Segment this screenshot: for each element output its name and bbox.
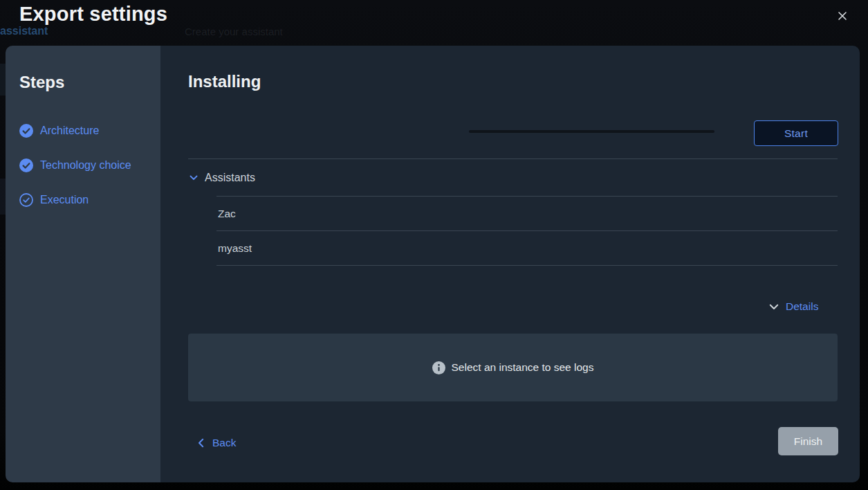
info-icon [432, 361, 445, 374]
install-progress-bar [469, 130, 714, 133]
background-element [0, 179, 6, 215]
details-label: Details [786, 300, 818, 313]
assistant-name: Zac [216, 208, 236, 220]
chevron-down-icon [769, 304, 779, 310]
assistant-row[interactable]: myasst [216, 231, 838, 266]
step-item-technology-choice[interactable]: Technology choice [19, 158, 131, 173]
assistant-name: myasst [216, 242, 252, 255]
back-label: Back [212, 437, 236, 449]
chevron-left-icon [198, 438, 204, 448]
step-item-execution[interactable]: Execution [19, 192, 131, 208]
logs-panel: Select an instance to see logs [188, 334, 838, 401]
steps-list: Architecture Technology choice Execution [19, 123, 131, 227]
start-button[interactable]: Start [754, 120, 838, 146]
background-element [0, 64, 6, 96]
check-circle-outline-icon [19, 193, 33, 207]
background-page-heading: Create your assistant [185, 26, 283, 37]
close-icon [837, 10, 848, 21]
export-settings-dialog: { "background": { "brand_text": "assista… [0, 0, 868, 490]
chevron-down-icon [190, 175, 198, 181]
step-label: Execution [40, 194, 89, 206]
dialog-title: Export settings [19, 3, 167, 26]
step-label: Architecture [40, 125, 99, 137]
steps-sidebar: Steps Architecture Technology choice Exe… [6, 46, 160, 482]
assistant-row[interactable]: Zac [216, 197, 838, 231]
assistants-section-label: Assistants [205, 172, 255, 184]
back-button[interactable]: Back [198, 435, 236, 451]
step-item-architecture[interactable]: Architecture [19, 123, 131, 138]
finish-button[interactable]: Finish [778, 427, 838, 455]
step-label: Technology choice [40, 159, 131, 172]
dialog-panel: Steps Architecture Technology choice Exe… [6, 46, 860, 482]
sidebar-title: Steps [19, 73, 64, 92]
assistant-list: Zac myasst [216, 196, 838, 266]
check-circle-filled-icon [19, 124, 33, 138]
check-circle-filled-icon [19, 158, 33, 172]
details-toggle[interactable]: Details [769, 299, 818, 314]
logs-empty-message: Select an instance to see logs [452, 361, 594, 374]
background-brand-text: assistant [0, 25, 48, 37]
close-button[interactable] [833, 6, 852, 26]
page-title: Installing [188, 72, 261, 91]
assistants-section-toggle[interactable]: Assistants [190, 170, 255, 185]
section-divider [188, 158, 838, 159]
main-content: Installing Start Assistants Zac myasst D… [160, 46, 860, 482]
